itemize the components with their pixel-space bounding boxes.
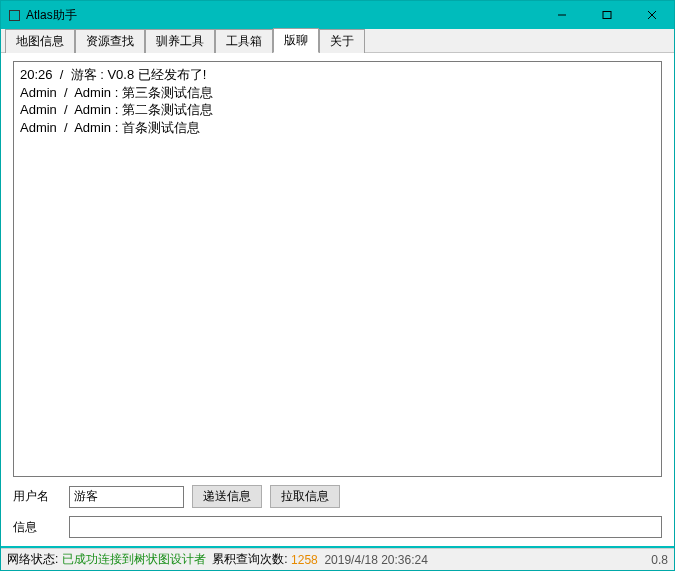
chat-line: Admin / Admin : 首条测试信息 [20,119,655,137]
chat-line: 20:26 / 游客 : V0.8 已经发布了! [20,66,655,84]
titlebar: Atlas助手 [1,1,674,29]
network-status-label: 网络状态: [7,551,58,568]
minimize-button[interactable] [539,1,584,29]
tab-content: 20:26 / 游客 : V0.8 已经发布了! Admin / Admin :… [1,53,674,546]
message-input[interactable] [69,516,662,538]
send-button[interactable]: 递送信息 [192,485,262,508]
chat-line: Admin / Admin : 第三条测试信息 [20,84,655,102]
app-window: Atlas助手 地图信息 资源查找 驯养工具 工具箱 版聊 关于 20:26 /… [0,0,675,571]
chat-log[interactable]: 20:26 / 游客 : V0.8 已经发布了! Admin / Admin :… [13,61,662,477]
close-button[interactable] [629,1,674,29]
status-datetime: 2019/4/18 20:36:24 [324,553,427,567]
tab-resource-search[interactable]: 资源查找 [75,29,145,53]
tab-taming-tools[interactable]: 驯养工具 [145,29,215,53]
tab-chat[interactable]: 版聊 [273,28,319,53]
pull-button[interactable]: 拉取信息 [270,485,340,508]
chat-line: Admin / Admin : 第二条测试信息 [20,101,655,119]
tab-about[interactable]: 关于 [319,29,365,53]
username-label: 用户名 [13,488,61,505]
message-label: 信息 [13,519,61,536]
window-controls [539,1,674,29]
statusbar: 网络状态: 已成功连接到树状图设计者 累积查询次数: 1258 2019/4/1… [1,548,674,570]
version-label: 0.8 [651,553,668,567]
query-count-value: 1258 [291,553,318,567]
maximize-button[interactable] [584,1,629,29]
tabbar: 地图信息 资源查找 驯养工具 工具箱 版聊 关于 [1,29,674,53]
message-row: 信息 [13,516,662,538]
svg-rect-0 [9,10,19,20]
app-icon [7,8,21,22]
svg-rect-2 [603,12,611,19]
network-status-value: 已成功连接到树状图设计者 [62,551,206,568]
tab-map-info[interactable]: 地图信息 [5,29,75,53]
window-title: Atlas助手 [26,7,539,24]
tab-toolbox[interactable]: 工具箱 [215,29,273,53]
username-row: 用户名 递送信息 拉取信息 [13,485,662,508]
query-count-label: 累积查询次数: [212,551,287,568]
username-input[interactable] [69,486,184,508]
